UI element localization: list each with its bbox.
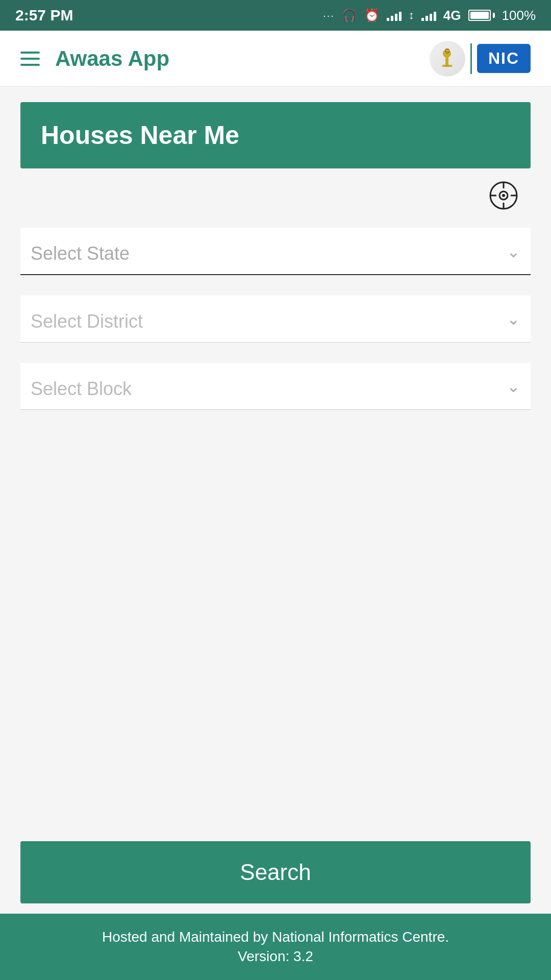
app-header: Awaas App 🦁 NIC [0,31,551,87]
spacer [0,440,551,841]
block-dropdown-wrapper[interactable]: Select Block ⌄ [20,363,531,410]
hamburger-menu-icon[interactable] [20,52,40,66]
signal-bars-1 [387,10,402,21]
form-area: Select State ⌄ Select District ⌄ Select … [0,217,551,440]
india-emblem-icon: 🦁 [430,41,465,77]
status-bar: 2:57 PM ··· 🎧 ⏰ ↕ 4G 100% [0,0,551,31]
status-icons: ··· 🎧 ⏰ ↕ 4G 100% [323,8,536,23]
headphone-icon: 🎧 [342,8,357,22]
main-content: Houses Near Me Select State ⌄ [0,87,551,914]
status-time: 2:57 PM [15,7,73,24]
header-divider [470,43,472,74]
search-button-wrapper: Search [20,841,531,914]
district-dropdown-wrapper[interactable]: Select District ⌄ [20,296,531,342]
signal-bars-2 [421,10,436,21]
gps-location-icon[interactable] [487,179,520,212]
search-button[interactable]: Search [20,841,531,903]
network-type: 4G [443,8,461,23]
svg-point-6 [502,194,505,197]
state-select[interactable]: Select State [20,228,531,275]
header-left: Awaas App [20,46,169,71]
dots-icon: ··· [323,10,335,21]
vibrate-icon: ↕ [409,9,414,22]
state-dropdown-wrapper[interactable]: Select State ⌄ [20,228,531,275]
header-right: 🦁 NIC [430,41,531,77]
footer: Hosted and Maintained by National Inform… [0,914,551,980]
app-title: Awaas App [55,46,169,71]
banner-title: Houses Near Me [41,121,239,150]
battery-icon [468,10,495,21]
gps-area [0,168,551,217]
alarm-icon: ⏰ [364,8,380,22]
block-select[interactable]: Select Block [20,363,531,410]
district-select[interactable]: Select District [20,296,531,342]
footer-line1: Hosted and Maintained by National Inform… [20,929,531,945]
battery-percent: 100% [502,8,536,23]
nic-badge: NIC [477,44,531,73]
banner: Houses Near Me [20,102,531,168]
svg-text:🦁: 🦁 [444,48,450,54]
svg-rect-2 [442,65,452,67]
footer-version: Version: 3.2 [20,948,531,965]
